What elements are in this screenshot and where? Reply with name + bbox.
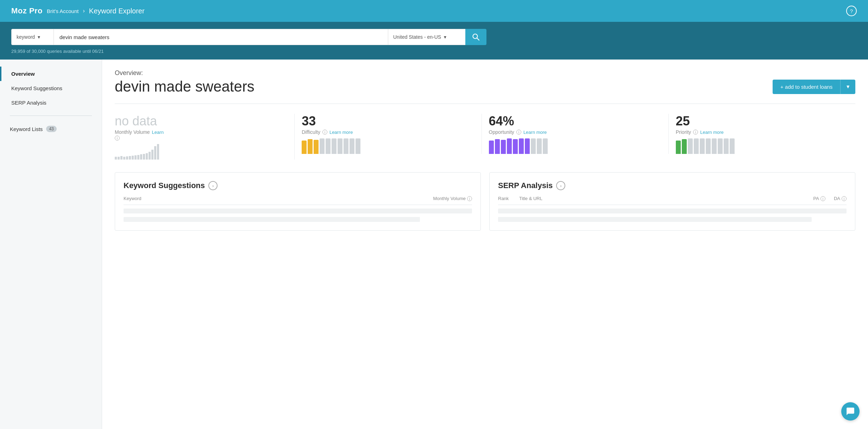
overview-title-row: devin made sweaters + add to student loa… — [115, 78, 855, 95]
opportunity-info-icon[interactable]: i — [516, 130, 521, 135]
difficulty-learn-link[interactable]: Learn more — [329, 130, 353, 135]
priority-learn-link[interactable]: Learn more — [700, 130, 723, 135]
opp-bar — [489, 141, 494, 154]
opportunity-chart — [489, 138, 661, 154]
diff-bar — [326, 138, 331, 154]
search-area: keyword ▾ United States - en-US ▾ 29,959… — [0, 22, 868, 60]
col-title-header: Title & URL — [519, 196, 804, 201]
keyword-suggestions-table-header: Keyword Monthly Volume i — [124, 196, 472, 205]
difficulty-info-icon[interactable]: i — [322, 130, 327, 135]
help-icon: ? — [850, 8, 853, 14]
account-label[interactable]: Brit's Account — [47, 8, 78, 14]
search-icon — [472, 33, 480, 41]
add-to-list-dropdown-button[interactable]: ▼ — [840, 80, 855, 94]
help-button[interactable]: ? — [846, 6, 857, 16]
volume-bar — [137, 155, 139, 160]
keyword-lists-label: Keyword Lists — [10, 126, 43, 132]
pri-bar — [700, 138, 705, 154]
serp-analysis-nav-button[interactable]: › — [556, 181, 565, 190]
priority-chart — [676, 138, 848, 154]
volume-bar — [115, 157, 117, 160]
sidebar-item-keyword-lists[interactable]: Keyword Lists 43 — [0, 122, 102, 136]
chat-button[interactable] — [841, 402, 860, 421]
opportunity-learn-link[interactable]: Learn more — [523, 130, 547, 135]
add-to-list-button[interactable]: + add to student loans — [773, 80, 840, 94]
volume-bar — [157, 144, 159, 160]
metric-difficulty: 33 Difficulty i Learn more — [302, 114, 482, 154]
volume-bar — [132, 156, 134, 160]
volume-bar — [154, 146, 156, 160]
pri-bar — [706, 138, 711, 154]
difficulty-label: Difficulty i Learn more — [302, 129, 474, 135]
diff-bar — [356, 138, 360, 154]
opp-bar — [519, 138, 524, 154]
metric-priority: 25 Priority i Learn more — [676, 114, 855, 154]
locale-select[interactable]: United States - en-US ▾ — [388, 29, 465, 45]
volume-bar — [140, 154, 142, 160]
chat-icon — [846, 407, 855, 416]
monthly-volume-learn-link[interactable]: Learn — [152, 130, 164, 135]
diff-bar — [314, 140, 319, 154]
volume-col-info-icon[interactable]: i — [467, 196, 472, 201]
col-keyword-header: Keyword — [124, 196, 356, 201]
volume-bar — [120, 156, 122, 160]
opportunity-value: 64% — [489, 114, 661, 129]
difficulty-value: 33 — [302, 114, 474, 129]
sections-row: Keyword Suggestions › Keyword Monthly Vo… — [115, 172, 855, 231]
col-rank-header: Rank — [498, 196, 519, 201]
serp-analysis-row-stub — [498, 209, 847, 213]
da-col-info-icon[interactable]: i — [842, 196, 847, 201]
svg-line-1 — [477, 38, 479, 41]
opp-bar — [531, 138, 536, 154]
sidebar-item-overview[interactable]: Overview — [0, 67, 102, 81]
metric-monthly-volume: no data Monthly Volume Learn i — [115, 114, 295, 160]
locale-chevron: ▾ — [444, 34, 446, 40]
volume-bar — [129, 156, 131, 160]
add-to-list-button-group: + add to student loans ▼ — [773, 80, 855, 94]
search-type-value: keyword — [17, 34, 35, 40]
priority-label: Priority i Learn more — [676, 129, 848, 135]
col-da-header: DA i — [825, 196, 847, 201]
diff-bar — [302, 141, 307, 154]
opp-bar — [507, 138, 512, 154]
pri-bar — [712, 138, 717, 154]
pa-col-info-icon[interactable]: i — [820, 196, 825, 201]
overview-keyword: devin made sweaters — [115, 78, 254, 95]
search-button[interactable] — [465, 29, 486, 45]
brand-label: Moz Pro — [11, 6, 43, 15]
main-content: Overview: devin made sweaters + add to s… — [102, 60, 868, 429]
metric-opportunity: 64% Opportunity i Learn more — [489, 114, 669, 154]
sidebar-item-keyword-suggestions[interactable]: Keyword Suggestions — [0, 81, 102, 95]
keyword-suggestions-nav-button[interactable]: › — [208, 181, 218, 190]
pri-bar — [676, 141, 681, 154]
volume-bar — [118, 157, 120, 160]
sidebar-item-serp-analysis[interactable]: SERP Analysis — [0, 95, 102, 110]
opp-bar — [543, 138, 548, 154]
sidebar-divider — [10, 116, 92, 116]
opportunity-label: Opportunity i Learn more — [489, 129, 661, 135]
dropdown-chevron-icon: ▼ — [845, 84, 850, 89]
breadcrumb-chevron: › — [83, 8, 84, 14]
monthly-volume-info-icon[interactable]: i — [115, 136, 120, 141]
header: Moz Pro Brit's Account › Keyword Explore… — [0, 0, 868, 22]
volume-bar — [126, 156, 128, 160]
queries-info: 29,959 of 30,000 queries available until… — [11, 49, 857, 54]
opp-bar — [513, 139, 518, 154]
search-input[interactable] — [54, 29, 388, 45]
search-type-select[interactable]: keyword ▾ — [11, 29, 54, 45]
volume-bar — [151, 150, 153, 160]
diff-bar — [332, 138, 336, 154]
diff-bar — [350, 138, 354, 154]
monthly-volume-label: Monthly Volume Learn — [115, 129, 287, 135]
keyword-suggestions-title: Keyword Suggestions › — [124, 181, 472, 190]
pri-bar — [688, 138, 693, 154]
opp-bar — [501, 140, 506, 154]
priority-value: 25 — [676, 114, 848, 129]
overview-label: Overview: — [115, 69, 855, 77]
header-left: Moz Pro Brit's Account › Keyword Explore… — [11, 6, 145, 15]
pri-bar — [730, 138, 735, 154]
diff-bar — [308, 139, 313, 154]
monthly-volume-value: no data — [115, 114, 287, 129]
priority-info-icon[interactable]: i — [693, 130, 698, 135]
diff-bar — [338, 138, 342, 154]
